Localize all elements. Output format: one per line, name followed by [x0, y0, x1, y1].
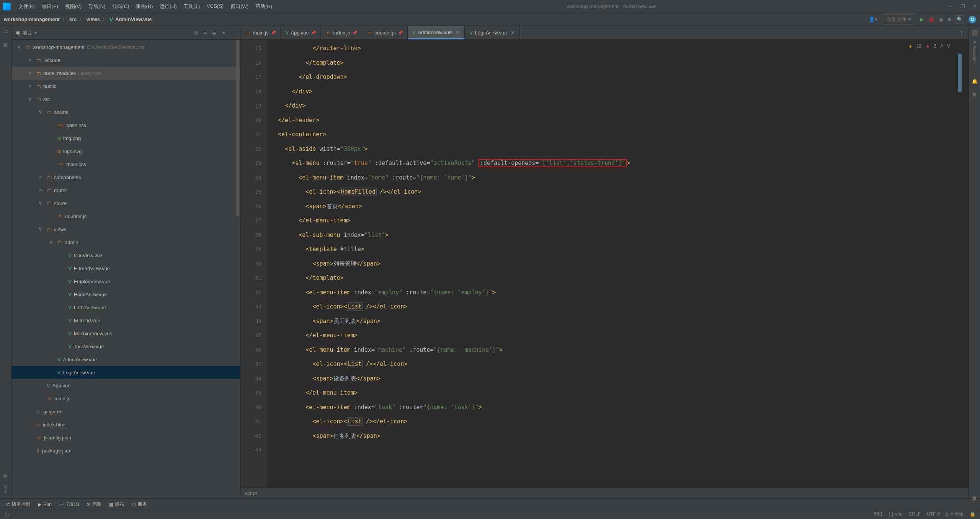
tree-item[interactable]: ▧ img.png: [11, 132, 240, 145]
run-button[interactable]: ▶: [920, 16, 924, 22]
collapse-all-icon[interactable]: ≣: [212, 30, 216, 36]
ai-assistant-tool[interactable]: AI Assistant: [972, 41, 977, 62]
menu-tools[interactable]: 工具(T): [180, 2, 203, 11]
chevron-icon[interactable]: ᐯ: [28, 97, 34, 102]
tree-item[interactable]: V E-trendView.vue: [11, 262, 240, 275]
file-type[interactable]: { } Vue: [889, 511, 903, 518]
tabs-more-icon[interactable]: ⋮: [954, 26, 969, 39]
tree-item[interactable]: ᐳ🗀 .vscode: [11, 54, 240, 67]
chevron-icon[interactable]: ᐯ: [39, 201, 44, 206]
notifications-icon[interactable]: 🔔: [972, 78, 978, 84]
encoding[interactable]: UTF-8: [927, 511, 940, 518]
tree-item[interactable]: ᐯ🗀 workshop-management C:\Users\26945\We…: [11, 41, 240, 54]
editor-tab[interactable]: JSindex.js📌: [321, 26, 362, 39]
tree-item[interactable]: V EmployView.vue: [11, 275, 240, 288]
prev-highlight-icon[interactable]: ᐱ: [940, 43, 943, 49]
tree-item[interactable]: V M-trend.vue: [11, 314, 240, 327]
chevron-icon[interactable]: ᐳ: [28, 58, 34, 63]
editor-scrollbar-thumb[interactable]: [958, 54, 962, 92]
tree-item[interactable]: ᐳ🗀 public: [11, 80, 240, 93]
debug-button[interactable]: 🐞: [928, 16, 934, 22]
menu-help[interactable]: 帮助(H): [252, 2, 275, 11]
tree-item[interactable]: ᐳ🗀 router: [11, 184, 240, 197]
menu-window[interactable]: 窗口(W): [227, 2, 252, 11]
line-gutter[interactable]: 1516171819202122232425262728293031323334…: [240, 40, 267, 488]
tree-item[interactable]: V CncView.vue: [11, 249, 240, 262]
hide-icon[interactable]: —: [231, 30, 236, 36]
bookmarks-tool[interactable]: 书签: [3, 38, 8, 41]
structure-tool[interactable]: 结构: [3, 469, 8, 472]
tree-item[interactable]: JS counter.js: [11, 210, 240, 223]
ai-icon[interactable]: [972, 30, 978, 36]
tree-item[interactable]: ◇ .gitignore: [11, 405, 240, 418]
menu-run[interactable]: 运行(U): [157, 2, 180, 11]
close-button[interactable]: ✕: [973, 3, 977, 9]
tree-item[interactable]: V LoginView.vue: [11, 366, 240, 379]
tree-item[interactable]: ᐳ🗀 components: [11, 171, 240, 184]
chevron-icon[interactable]: ᐯ: [50, 240, 55, 245]
vcs-tool[interactable]: ⎇版本控制: [5, 501, 30, 508]
tree-item[interactable]: V AdminView.vue: [11, 353, 240, 366]
breadcrumb-views[interactable]: views: [86, 16, 100, 22]
chevron-icon[interactable]: ᐯ: [39, 227, 44, 232]
next-highlight-icon[interactable]: ᐯ: [947, 43, 950, 49]
breadcrumb-file[interactable]: AdminView.vue: [115, 16, 152, 22]
tree-item[interactable]: V App.vue: [11, 379, 240, 392]
pin-icon[interactable]: 📌: [271, 31, 276, 35]
tree-item[interactable]: V HomeView.vue: [11, 288, 240, 301]
lock-icon[interactable]: 🔒: [970, 511, 975, 518]
tree-item[interactable]: ▧ logo.svg: [11, 145, 240, 158]
tree-item[interactable]: css main.css: [11, 158, 240, 171]
tree-item[interactable]: ᐯ🗀 stores: [11, 197, 240, 210]
pin-icon[interactable]: 📌: [398, 31, 403, 35]
menu-file[interactable]: 文件(F): [15, 2, 38, 11]
cursor-position[interactable]: 86:1: [874, 511, 883, 518]
tree-item[interactable]: ᐯ🗀 assets: [11, 106, 240, 119]
project-tree[interactable]: ᐯ🗀 workshop-management C:\Users\26945\We…: [11, 40, 240, 498]
update-button[interactable]: ↻: [969, 16, 976, 23]
services-tool[interactable]: ⬡服务: [132, 501, 147, 508]
menu-vcs[interactable]: VCS(S): [204, 2, 227, 11]
tree-item[interactable]: V MachineView.vue: [11, 327, 240, 340]
user-icon[interactable]: 👤▾: [869, 16, 877, 22]
breadcrumb-root[interactable]: workshop-management: [4, 16, 60, 22]
project-tool-icon[interactable]: 🗂: [3, 28, 8, 34]
chevron-icon[interactable]: ᐯ: [39, 110, 44, 115]
run-configuration[interactable]: 当前文件▾: [882, 15, 915, 24]
settings-icon[interactable]: ✶: [222, 30, 226, 36]
menu-navigate[interactable]: 导航(N): [85, 2, 108, 11]
run-tool[interactable]: ▶Run: [38, 502, 52, 507]
editor-tab[interactable]: VLoginView.vue✕: [465, 26, 520, 39]
chevron-icon[interactable]: ᐳ: [28, 84, 34, 89]
status-bar-icon[interactable]: ☐: [5, 512, 9, 517]
menu-edit[interactable]: 编辑(E): [39, 2, 61, 11]
chevron-icon[interactable]: ᐳ: [39, 175, 44, 180]
chevron-icon[interactable]: ᐯ: [18, 45, 23, 50]
pin-icon[interactable]: 📌: [311, 31, 316, 35]
breadcrumb[interactable]: workshop-management 〉 src 〉 views 〉 V Ad…: [4, 16, 152, 23]
tree-item[interactable]: ᐳ🗀 node_modules library root: [11, 67, 240, 80]
tree-item[interactable]: {} package.json: [11, 444, 240, 457]
tree-item[interactable]: <> index.html: [11, 418, 240, 431]
tree-item[interactable]: V TaskView.vue: [11, 340, 240, 353]
tree-item[interactable]: JS jsconfig.json: [11, 431, 240, 444]
code-editor[interactable]: </router-link> </template> </el-dropdown…: [267, 40, 969, 488]
maximize-button[interactable]: ❐: [960, 3, 965, 9]
tree-item[interactable]: ᐯ🗀 admin: [11, 236, 240, 249]
line-separator[interactable]: CRLF: [909, 511, 921, 518]
tree-item[interactable]: JS main.js: [11, 392, 240, 405]
menu-code[interactable]: 代码(C): [109, 2, 132, 11]
chevron-icon[interactable]: ᐳ: [28, 71, 34, 76]
todo-tool[interactable]: ≔TODO: [59, 502, 79, 507]
expand-all-icon[interactable]: ≡: [204, 30, 207, 36]
stop-button[interactable]: ■: [948, 16, 951, 22]
editor-tab[interactable]: JSmain.js📌: [240, 26, 281, 39]
editor-tab[interactable]: VApp.vue📌: [281, 26, 321, 39]
minimize-button[interactable]: —: [948, 3, 953, 9]
search-button[interactable]: 🔍: [956, 15, 964, 24]
problems-tool[interactable]: ⊘问题: [87, 501, 101, 508]
menu-view[interactable]: 视图(V): [62, 2, 85, 11]
pin-icon[interactable]: 📌: [353, 31, 357, 35]
tree-item[interactable]: css base.css: [11, 119, 240, 132]
tree-item[interactable]: V LatheView.vue: [11, 301, 240, 314]
